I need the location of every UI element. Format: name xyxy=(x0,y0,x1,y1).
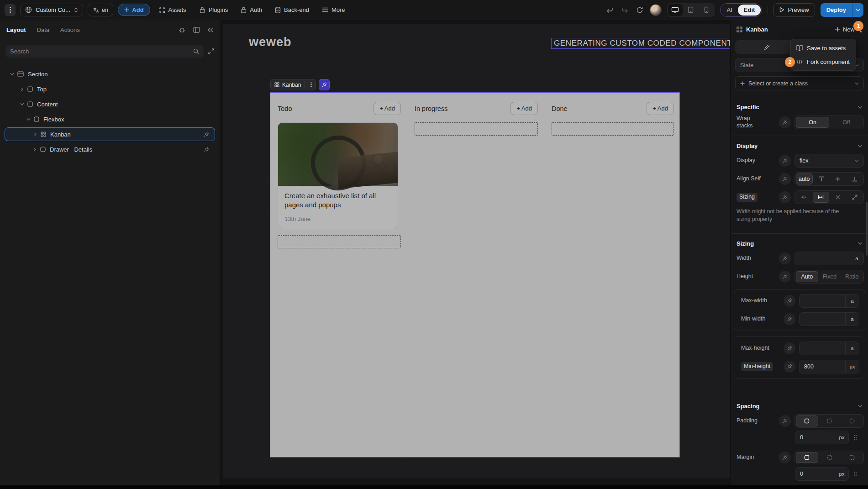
device-mobile-button[interactable] xyxy=(699,4,714,16)
min-height-input[interactable]: 800 xyxy=(800,360,845,373)
kanban-dropzone[interactable] xyxy=(278,235,401,248)
bind-plug-button[interactable] xyxy=(784,361,795,373)
debug-icon[interactable] xyxy=(179,26,185,33)
device-tablet-button[interactable] xyxy=(684,4,698,16)
padding-axis[interactable] xyxy=(819,415,841,426)
max-width-unit-button[interactable]: a xyxy=(845,294,859,307)
split-panel-icon[interactable] xyxy=(193,27,200,33)
redo-button[interactable] xyxy=(620,6,630,13)
kanban-dropzone[interactable] xyxy=(415,122,538,136)
tree-item-top[interactable]: Top xyxy=(5,82,215,96)
max-height-input[interactable] xyxy=(800,342,845,355)
padding-input[interactable]: 0 xyxy=(795,431,835,444)
bind-plug-button[interactable] xyxy=(779,452,791,463)
tree-item-kanban[interactable]: Kanban xyxy=(5,127,215,141)
add-card-button[interactable]: + Add xyxy=(374,102,401,115)
deploy-chevron[interactable] xyxy=(852,3,863,17)
mode-edit-label[interactable]: Edit xyxy=(738,5,761,16)
width-unit-button[interactable]: a xyxy=(850,252,863,265)
margin-input[interactable]: 0 xyxy=(795,468,835,480)
page-title[interactable]: GENERATING CUSTOM CODED COMPONENTS xyxy=(551,38,730,49)
tree-item-flexbox[interactable]: Flexbox xyxy=(5,112,215,126)
sizing-stretch[interactable] xyxy=(847,192,863,203)
padding-all-sides[interactable] xyxy=(796,415,818,426)
class-selector[interactable]: Select or create a class xyxy=(735,76,864,90)
width-input[interactable] xyxy=(795,252,850,265)
tab-layout[interactable]: Layout xyxy=(6,26,26,33)
undo-button[interactable] xyxy=(605,6,615,13)
margin-all-sides[interactable] xyxy=(796,452,818,463)
align-self-auto[interactable]: auto xyxy=(796,174,813,184)
bind-plug-button[interactable] xyxy=(779,252,791,264)
bind-plug-button[interactable] xyxy=(779,415,791,427)
drag-handle-icon[interactable] xyxy=(853,471,857,477)
project-selector[interactable]: Custom Co... xyxy=(20,4,83,16)
margin-unit-button[interactable]: px xyxy=(835,468,848,480)
nav-assets[interactable]: Assets xyxy=(155,4,190,16)
nav-auth[interactable]: Auth xyxy=(237,4,266,16)
ai-edit-toggle[interactable]: AI Edit xyxy=(720,3,763,17)
bind-plug-button[interactable] xyxy=(779,271,791,283)
selected-element-chip[interactable]: Kanban xyxy=(270,79,316,90)
add-card-button[interactable]: + Add xyxy=(510,102,538,115)
bind-plug-button[interactable] xyxy=(779,173,791,185)
search-box[interactable] xyxy=(5,45,204,58)
align-self-end[interactable] xyxy=(847,174,863,184)
menu-item-fork-component[interactable]: Fork component xyxy=(791,55,856,68)
tab-styles[interactable] xyxy=(735,40,799,54)
language-selector[interactable]: en xyxy=(88,4,113,16)
chevron-right-icon[interactable] xyxy=(31,147,38,152)
height-fixed[interactable]: Fixed xyxy=(819,271,841,282)
chevron-down-icon[interactable] xyxy=(18,103,26,105)
search-input[interactable] xyxy=(10,48,193,55)
bind-plug-button[interactable] xyxy=(784,342,795,354)
bind-plug-button[interactable] xyxy=(779,191,791,203)
mode-ai-label[interactable]: AI xyxy=(721,6,738,13)
padding-unit-button[interactable]: px xyxy=(835,431,848,444)
device-desktop-button[interactable] xyxy=(668,4,683,16)
section-sizing[interactable]: Sizing xyxy=(736,240,863,247)
add-element-button[interactable]: Add xyxy=(118,4,150,16)
align-self-start[interactable] xyxy=(814,174,830,184)
tree-item-drawer-details[interactable]: Drawer - Details xyxy=(5,142,215,156)
bind-plug-button[interactable] xyxy=(784,295,795,307)
sizing-none[interactable] xyxy=(830,192,846,203)
element-options-kebab[interactable] xyxy=(308,82,315,87)
section-display[interactable]: Display xyxy=(736,142,863,149)
wrap-stacks-off[interactable]: Off xyxy=(830,117,863,128)
deploy-button[interactable]: Deploy xyxy=(821,3,863,17)
nav-plugins[interactable]: Plugins xyxy=(195,4,232,16)
add-card-button[interactable]: + Add xyxy=(647,102,674,115)
new-state-button[interactable]: New xyxy=(835,26,855,33)
bind-plug-button[interactable] xyxy=(779,116,791,128)
chevron-down-icon[interactable] xyxy=(8,73,16,75)
sizing-fit[interactable] xyxy=(796,192,812,203)
chevron-right-icon[interactable] xyxy=(18,87,26,91)
expand-tree-icon[interactable] xyxy=(208,48,214,54)
menu-item-save-to-assets[interactable]: Save to assets xyxy=(791,41,856,55)
kanban-card[interactable]: Create an exhaustive list of all pages a… xyxy=(278,122,398,229)
height-ratio[interactable]: Ratio xyxy=(841,271,863,282)
kanban-dropzone[interactable] xyxy=(552,122,674,136)
kanban-board[interactable]: Todo + Add Create an exhaustive list of … xyxy=(270,92,680,457)
chevron-right-icon[interactable] xyxy=(32,132,39,137)
section-spacing[interactable]: Spacing xyxy=(736,403,863,410)
preview-button[interactable]: Preview xyxy=(773,3,815,17)
tree-item-content[interactable]: Content xyxy=(5,97,215,111)
chevron-down-icon[interactable] xyxy=(25,118,32,121)
bind-plug-button[interactable] xyxy=(779,155,791,167)
component-plug-badge[interactable] xyxy=(319,79,330,90)
min-height-unit-button[interactable]: px xyxy=(845,360,859,373)
min-width-unit-button[interactable]: a xyxy=(845,313,859,326)
tree-item-section[interactable]: Section xyxy=(5,67,215,81)
wrap-stacks-on[interactable]: On xyxy=(796,117,829,128)
padding-custom[interactable] xyxy=(841,415,863,426)
sizing-fixed[interactable] xyxy=(813,192,830,203)
deploy-label[interactable]: Deploy xyxy=(821,3,852,17)
bind-plug-button[interactable] xyxy=(784,313,795,325)
max-width-input[interactable] xyxy=(800,294,845,307)
margin-axis[interactable] xyxy=(819,452,841,463)
height-auto[interactable]: Auto xyxy=(796,271,818,282)
drag-handle-icon[interactable] xyxy=(853,435,857,440)
align-self-center[interactable] xyxy=(830,174,846,184)
